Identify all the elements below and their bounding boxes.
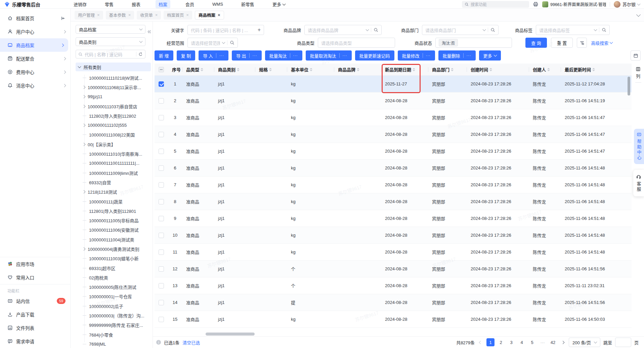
- nav-item-1[interactable]: 进销存: [71, 0, 90, 8]
- search-icon[interactable]: [374, 28, 378, 32]
- expand-icon[interactable]: [82, 105, 86, 108]
- sidebar-item-favorites[interactable]: 常用入口: [0, 271, 70, 284]
- status-tag[interactable]: 淘汰:否: [439, 39, 458, 46]
- horizontal-scrollbar[interactable]: [206, 333, 255, 336]
- tree-item[interactable]: 7698|ML: [76, 339, 153, 348]
- advanced-search-link[interactable]: 高级搜索: [591, 40, 612, 46]
- column-header-3[interactable]: 商品类别: [214, 64, 255, 76]
- table-row[interactable]: 5准商品jzj1kg2024-08-28宾朋部2024-08-23 17:28:…: [155, 143, 632, 160]
- keyword-input[interactable]: 代码 | 条码 | 速记码 | 名称 | ... +: [187, 25, 264, 35]
- toolbar-button-4[interactable]: 导 出···: [232, 50, 262, 61]
- next-page-button[interactable]: [560, 340, 566, 345]
- tree-item[interactable]: 100000011110218|W测试...: [76, 73, 153, 82]
- printer-icon[interactable]: [533, 1, 539, 7]
- more-options-icon[interactable]: ···: [343, 53, 347, 57]
- column-header-4[interactable]: 规格: [255, 64, 287, 76]
- table-row[interactable]: 11准商品jzj1kg2024-08-28宾朋部2024-08-23 17:28…: [155, 244, 632, 261]
- row-checkbox[interactable]: [159, 233, 164, 238]
- sidebar-item-app-market[interactable]: 应用市场: [0, 257, 70, 271]
- table-row[interactable]: 7准商品jzj1kg2024-08-28宾朋部2024-08-23 17:28:…: [155, 177, 632, 193]
- app-logo[interactable]: 乐檬零售后台: [4, 1, 71, 8]
- tree-item[interactable]: 1000000111008|22美国: [76, 130, 153, 140]
- tree-item[interactable]: 1218|1218测试: [76, 187, 153, 197]
- tree-item[interactable]: 00|【演示类】: [76, 140, 153, 149]
- expand-icon[interactable]: [82, 247, 86, 251]
- page-button-1[interactable]: 1: [486, 338, 495, 346]
- toolbar-button-3[interactable]: 导 入···: [199, 50, 228, 61]
- tree-item[interactable]: 1000000111006|安徽测试: [76, 225, 153, 235]
- table-row[interactable]: 9准商品jzj1kg2024-08-28宾朋部2024-08-23 17:28:…: [155, 210, 632, 227]
- expand-icon[interactable]: [82, 85, 86, 89]
- toolbar-button-7[interactable]: 批量更新速记码: [355, 50, 394, 61]
- row-checkbox[interactable]: [159, 98, 164, 104]
- column-header-9[interactable]: 创建时间: [467, 64, 529, 76]
- sort-icon[interactable]: [413, 68, 415, 71]
- toolbar-button-10[interactable]: 更多: [479, 50, 501, 61]
- more-options-icon[interactable]: ···: [426, 53, 431, 57]
- prev-page-button[interactable]: [478, 340, 483, 345]
- reset-button[interactable]: 重 置: [551, 38, 573, 48]
- status-input[interactable]: 淘汰:否: [435, 38, 512, 48]
- nav-item-8[interactable]: 更多: [269, 0, 288, 8]
- vertical-scrollbar[interactable]: [628, 77, 630, 95]
- tab-close-icon[interactable]: ×: [97, 13, 100, 17]
- category-type-select[interactable]: 商品类别: [76, 37, 145, 46]
- more-options-icon[interactable]: ···: [253, 53, 257, 57]
- page-size-select[interactable]: 200 条/页: [569, 338, 600, 347]
- page-button-4[interactable]: 4: [518, 338, 526, 346]
- column-header-2[interactable]: 品类型: [182, 64, 214, 76]
- user-menu[interactable]: 苏尔银: [614, 1, 640, 8]
- toolbar-button-9[interactable]: 批量删除···: [438, 50, 476, 61]
- sidebar-item-request[interactable]: 需求申请: [0, 335, 70, 348]
- column-header-8[interactable]: 商品部门: [428, 64, 467, 76]
- sort-icon[interactable]: [357, 68, 359, 71]
- scope-select[interactable]: 请选择经营范围: [187, 38, 238, 48]
- tree-item[interactable]: 1000000111102|555: [76, 120, 153, 130]
- table-row[interactable]: 12准商品jzj1个2024-08-28宾朋部2024-08-23 17:28:…: [155, 261, 632, 277]
- tree-item[interactable]: 999999999|陈传龙 石家庄...: [76, 320, 153, 330]
- query-button[interactable]: 查 询: [525, 38, 547, 48]
- expand-icon[interactable]: [82, 95, 86, 99]
- search-icon[interactable]: [602, 28, 606, 32]
- panel-collapse-icon[interactable]: [147, 30, 152, 34]
- tree-item[interactable]: 112802|导入类别112802: [76, 111, 153, 120]
- tree-item[interactable]: 99|jzj11: [76, 92, 153, 102]
- table-row[interactable]: 6准商品jzj1kg2024-08-28宾朋部2024-08-23 17:28:…: [155, 160, 632, 177]
- add-keyword-icon[interactable]: +: [258, 27, 261, 33]
- tree-item[interactable]: 1000000111010|华南蔡海...: [76, 149, 153, 158]
- search-icon[interactable]: [230, 40, 234, 45]
- row-checkbox[interactable]: [159, 199, 164, 204]
- table-row[interactable]: 15准商品jzj1kg2024-08-28宾朋部2024-08-23 17:28…: [155, 311, 632, 328]
- select-all-checkbox[interactable]: [159, 67, 164, 72]
- column-header-6[interactable]: 商品品牌: [334, 64, 381, 76]
- toolbar-button-1[interactable]: 新 增: [155, 50, 173, 61]
- sort-icon[interactable]: [201, 68, 203, 71]
- tree-item[interactable]: 1000000001|一号仓库: [76, 292, 153, 301]
- tree-item[interactable]: 10000001110011111111|...: [76, 159, 153, 168]
- tab-2[interactable]: 基本参数×: [106, 11, 134, 20]
- toolbar-button-2[interactable]: 复 制: [177, 50, 196, 61]
- row-checkbox[interactable]: [159, 182, 164, 188]
- table-row[interactable]: 3准商品jzj1kg2024-08-28宾朋部2024-08-23 17:28:…: [155, 109, 632, 126]
- more-options-icon[interactable]: ···: [219, 53, 224, 57]
- tab-4[interactable]: 档案首页×: [164, 11, 192, 20]
- toolbar-button-6[interactable]: 批量取消淘汰···: [306, 50, 352, 61]
- tag-select[interactable]: 请选择商品标签: [536, 25, 610, 35]
- tree-item[interactable]: 1000000111009|limn测试: [76, 168, 153, 178]
- column-header-5[interactable]: 基本单位: [287, 64, 334, 76]
- sidebar-collapse-icon[interactable]: [60, 16, 66, 21]
- tree-item[interactable]: 112801|导入类别112801: [76, 206, 153, 216]
- sort-icon[interactable]: [489, 68, 492, 71]
- sort-icon[interactable]: [592, 68, 595, 71]
- table-row[interactable]: 1准商品jzj1kg2025-11-27宾朋部2024-08-23 17:28:…: [155, 76, 632, 92]
- nav-item-6[interactable]: WMS: [209, 1, 226, 8]
- search-icon[interactable]: [490, 28, 495, 32]
- tab-5[interactable]: 商品档案×: [195, 11, 224, 20]
- tree-item[interactable]: 1000000004|唐勇测试类别: [76, 244, 153, 254]
- row-checkbox[interactable]: [159, 165, 164, 171]
- help-center-button[interactable]: 帮助中心: [634, 129, 644, 164]
- sidebar-item-delivery[interactable]: 配送聚合: [0, 52, 70, 65]
- sort-icon[interactable]: [547, 68, 550, 71]
- sidebar-item-product-download[interactable]: 产品下载: [0, 308, 70, 321]
- clear-selection-link[interactable]: 清空已选: [182, 339, 200, 346]
